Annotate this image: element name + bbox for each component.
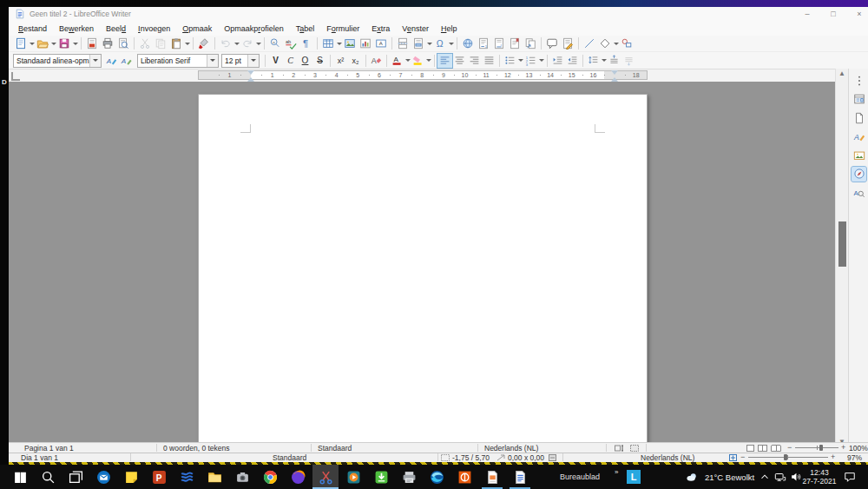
zoom-out-icon[interactable]: −: [740, 453, 745, 461]
menu-bestand[interactable]: Bestand: [12, 23, 53, 35]
clone-formatting-button[interactable]: [196, 36, 212, 51]
new-document-dropdown[interactable]: [29, 36, 35, 51]
page-break-button[interactable]: [395, 36, 411, 51]
word-count[interactable]: 0 woorden, 0 tekens: [163, 444, 230, 453]
sidebar-tab-navigator[interactable]: [852, 167, 866, 182]
chevron-down-icon[interactable]: [247, 55, 259, 67]
sidebar-tab-properties[interactable]: [852, 92, 866, 107]
font-color-dropdown[interactable]: [404, 53, 411, 68]
insert-chart-button[interactable]: [358, 36, 373, 51]
view-multi-page-icon[interactable]: [758, 445, 767, 452]
tab-stop-selector-icon[interactable]: [11, 72, 20, 81]
zoom-level[interactable]: 97%: [847, 453, 862, 462]
copy-button[interactable]: [153, 36, 168, 51]
cross-reference-button[interactable]: [523, 36, 538, 51]
increase-indent-button[interactable]: [550, 54, 565, 68]
taskbar-writer-doc-icon[interactable]: [507, 465, 533, 489]
insert-table-dropdown[interactable]: [336, 36, 342, 51]
justify-button[interactable]: [482, 54, 496, 68]
bullet-list-button[interactable]: [503, 54, 517, 68]
page-style[interactable]: Standaard: [318, 444, 352, 453]
menu-opmaak[interactable]: Opmaak: [176, 23, 218, 35]
open-button[interactable]: [35, 36, 50, 51]
footnote-button[interactable]: 1: [476, 36, 491, 51]
comment-button[interactable]: [544, 36, 560, 51]
network-icon[interactable]: [774, 471, 786, 483]
sidebar-tab-page[interactable]: [852, 110, 866, 125]
menu-tabel[interactable]: Tabel: [290, 23, 321, 35]
menu-invoegen[interactable]: Invoegen: [132, 23, 176, 35]
print-button[interactable]: [100, 36, 115, 51]
view-book-icon[interactable]: [771, 445, 781, 452]
export-pdf-button[interactable]: [84, 36, 100, 51]
document-modified-icon[interactable]: [549, 454, 556, 461]
new-style-button[interactable]: A: [119, 54, 134, 68]
scroll-up-icon[interactable]: ▲: [838, 70, 845, 77]
view-single-page-icon[interactable]: [746, 445, 754, 452]
menu-formulier[interactable]: Formulier: [320, 23, 365, 35]
find-replace-button[interactable]: a: [267, 36, 283, 51]
menu-bewerken[interactable]: Bewerken: [53, 23, 100, 35]
page-count[interactable]: Pagina 1 van 1: [24, 444, 74, 453]
taskbar-sticky-notes-icon[interactable]: [118, 465, 144, 489]
desktop-toolbar-label[interactable]: Bureaublad: [560, 472, 600, 481]
redo-button[interactable]: [240, 36, 255, 51]
sidebar-tab-sidebar-settings[interactable]: [852, 73, 866, 88]
bold-button[interactable]: V: [268, 54, 283, 68]
new-document-button[interactable]: [13, 36, 29, 51]
taskbar-powerpoint-icon[interactable]: P: [146, 465, 172, 489]
insert-textbox-button[interactable]: A: [373, 36, 389, 51]
increase-paragraph-spacing-button[interactable]: [607, 54, 621, 68]
cut-button[interactable]: [137, 36, 153, 51]
menu-venster[interactable]: Venster: [396, 23, 435, 35]
sidebar-tab-style-inspector[interactable]: A: [852, 185, 866, 200]
maximize-button[interactable]: □: [823, 8, 844, 20]
cursor-position[interactable]: -1,75 / 5,70: [452, 453, 490, 462]
vertical-scrollbar[interactable]: ▲ ▼: [835, 69, 848, 449]
taskbar-orange-app-icon[interactable]: [451, 465, 477, 489]
taskbar-mail-icon[interactable]: [90, 465, 116, 489]
taskbar-waves-app-icon[interactable]: [174, 465, 200, 489]
endnote-button[interactable]: i: [491, 36, 507, 51]
taskbar-download-app-icon[interactable]: [368, 465, 394, 489]
scrollbar-thumb[interactable]: [838, 221, 846, 267]
insert-table-button[interactable]: [320, 36, 336, 51]
zoom-out-icon[interactable]: −: [787, 443, 792, 452]
action-center-icon[interactable]: [844, 471, 856, 483]
sidebar-tab-styles[interactable]: A: [852, 129, 866, 144]
highlight-color-dropdown[interactable]: [425, 53, 431, 68]
taskbar-printer-app-icon[interactable]: [396, 465, 422, 489]
zoom-slider-thumb[interactable]: [819, 445, 823, 451]
font-size-combo[interactable]: 12 pt: [221, 54, 260, 68]
menu-beeld[interactable]: Beeld: [100, 23, 132, 35]
align-right-button[interactable]: [467, 54, 482, 68]
zoom-in-icon[interactable]: +: [831, 453, 835, 461]
language-status[interactable]: Nederlands (NL): [484, 444, 538, 453]
slide-count[interactable]: Dia 1 van 1: [21, 453, 58, 462]
decrease-paragraph-spacing-button[interactable]: [621, 54, 636, 68]
special-character-button[interactable]: Ω: [432, 36, 448, 51]
selection-mode-icon[interactable]: [630, 445, 639, 452]
object-size[interactable]: 0,00 x 0,00: [508, 453, 544, 462]
underline-button[interactable]: O: [298, 54, 312, 68]
menu-opmaakprofielen[interactable]: Opmaakprofielen: [218, 23, 290, 35]
draw-functions-button[interactable]: [619, 36, 635, 51]
zoom-slider[interactable]: [748, 457, 828, 458]
spelling-button[interactable]: ab: [283, 36, 299, 51]
taskbar-snipping-tool-icon[interactable]: [312, 465, 339, 489]
insert-line-button[interactable]: [582, 36, 597, 51]
basic-shapes-dropdown[interactable]: [613, 36, 619, 51]
fit-slide-icon[interactable]: [729, 454, 737, 461]
slide-style[interactable]: Standaard: [273, 453, 306, 462]
update-style-button[interactable]: A: [104, 54, 119, 68]
zoom-slider-thumb[interactable]: [784, 454, 787, 460]
superscript-button[interactable]: x²: [333, 54, 348, 68]
align-left-button[interactable]: [437, 54, 452, 68]
insert-field-dropdown[interactable]: [426, 36, 432, 51]
insert-image-button[interactable]: [342, 36, 358, 51]
italic-button[interactable]: C: [283, 54, 298, 68]
line-spacing-dropdown[interactable]: [601, 53, 607, 68]
taskbar-search-icon[interactable]: [35, 465, 61, 489]
line-spacing-button[interactable]: [586, 54, 601, 68]
libreoffice-tile[interactable]: L: [627, 470, 641, 484]
